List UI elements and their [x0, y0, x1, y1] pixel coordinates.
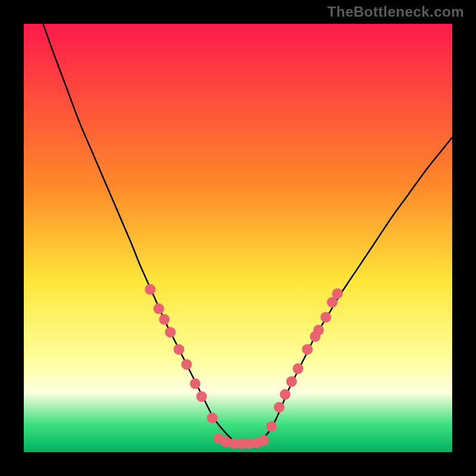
marker-left-dots: [207, 412, 218, 423]
marker-right-dots: [274, 402, 284, 412]
marker-left-dots: [159, 314, 170, 325]
marker-right-dots: [286, 376, 297, 387]
chart-container: TheBottleneck.com: [0, 0, 476, 476]
marker-left-dots: [165, 327, 176, 337]
marker-right-dots: [266, 421, 277, 432]
marker-left-dots: [190, 378, 201, 389]
marker-right-dots: [293, 364, 303, 374]
marker-left-dots: [196, 391, 207, 402]
marker-bottom-dots: [258, 435, 269, 446]
marker-left-dots: [181, 359, 192, 369]
marker-right-dots: [332, 289, 343, 299]
gradient-background: [24, 24, 452, 452]
marker-left-dots: [174, 344, 184, 355]
marker-right-dots: [280, 389, 290, 400]
marker-right-dots: [313, 325, 324, 336]
plot-area: [24, 24, 452, 452]
watermark-text: TheBottleneck.com: [327, 4, 464, 20]
marker-left-dots: [154, 303, 164, 314]
marker-left-dots: [145, 284, 155, 295]
marker-right-dots: [302, 344, 313, 355]
chart-svg: [24, 24, 452, 452]
marker-right-dots: [321, 312, 331, 322]
